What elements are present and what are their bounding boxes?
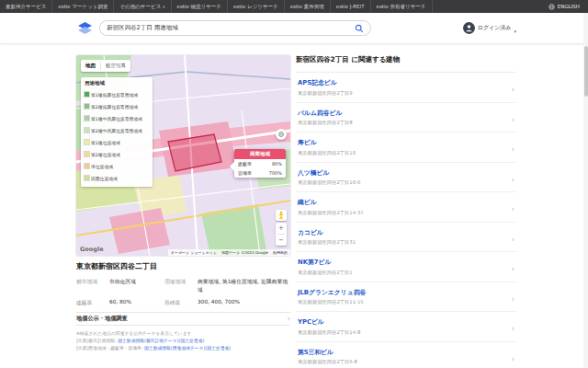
field-value: 300, 400, 700% [198,299,290,305]
legend-label: 第2種住居地域 [91,152,120,157]
address-title: 東京都新宿区四谷二丁目 [76,261,290,271]
topbar-tab[interactable]: estie 物流リサーチ [172,0,228,13]
note-line: [出典]用途地域・建蔽率・容積率: 国土数値情報(用途地域データ)(国土交通省) [76,345,290,352]
login-status: ログイン済み [478,24,512,32]
map-type-map-button[interactable]: 地図 [81,63,100,69]
info-row: 都市地域 市街化区域 用途地域 商業地域, 第1種住居地域, 近隣商業地域 [76,278,290,294]
building-address: 東京都新宿区四谷2丁目9 [298,90,512,97]
note-line: ※検索された地点の関連する公共データを表示しています [76,330,290,338]
map-type-toggle: 地図 航空写真 [81,60,130,72]
popup-row: 建蔽率 80% [234,159,286,168]
building-name[interactable]: パルム四谷ビル [298,109,512,118]
field-label: 用途地域 [164,278,198,286]
building-list-item[interactable]: APS記念ビル 東京都新宿区四谷2丁目9 [296,73,516,103]
building-list-item[interactable]: 寿ビル 東京都新宿区四谷2丁目10 [296,132,516,163]
search-bar[interactable] [99,20,371,36]
building-name[interactable]: 寿ビル [298,138,512,147]
google-logo[interactable]: Google [80,246,104,253]
field-label: 建蔽率 [76,299,109,307]
legend-item: 第1種中高層住居専用地域 [85,112,149,124]
topbar-tab-label: estie レジリサーチ [233,4,278,10]
search-input[interactable] [107,25,355,32]
building-list-item[interactable]: YPCビル 東京都新宿区四谷2丁目14-8 [296,312,516,342]
legend-label: 第1種低層住居専用地域 [91,92,138,98]
popup-row: 容積率 700% [234,168,286,178]
my-location-button[interactable] [276,129,287,140]
legend-item: 第2種中高層住居専用地域 [85,124,149,136]
building-list-item[interactable]: 織ビル 東京都新宿区四谷2丁目14-37 [296,192,516,223]
pegman-button[interactable] [276,210,287,221]
legend-item: 第1種住居地域 [85,136,149,148]
note-source-link[interactable]: 国土数値情報(用途地域データ)(国土交通省) [144,346,231,351]
field-label: 都市地域 [76,278,109,286]
popup-zone-name: 商業地域 [234,149,286,159]
service-topbar: 最新仲介サービス estie マーケット調査 その他のサービス estie 物流… [0,0,588,13]
building-name[interactable]: 八ツ橋ビル [298,168,512,178]
building-list-item[interactable]: カコビル 東京都新宿区四谷2丁目31 [296,223,516,253]
building-name[interactable]: JLBグランエクリュ四谷 [298,288,512,297]
note-source-link[interactable]: 国土数値情報(都市計画データ)(国土交通省) [118,339,204,343]
topbar-tab-label: その他のサービス [119,4,161,10]
keyboard-shortcuts-link[interactable]: キーボード ショートカット [171,250,217,255]
building-list-item[interactable]: JLBグランエクリュ四谷 東京都新宿区四谷2丁目11-15 [296,282,516,313]
pegman-icon [277,211,285,220]
topbar-tab-label: estie マーケット調査 [58,4,107,10]
building-address: 東京都新宿区四谷2丁目6-8 [298,359,512,365]
zone-color-swatch [85,176,89,180]
page-scrollbar[interactable] [583,13,588,368]
language-switch[interactable]: ENGLISH [540,0,588,13]
related-panel-title: 新宿区四谷2丁目 に関連する建物 [296,52,516,73]
topbar-tab-label: estie J-REIT [336,4,365,9]
chevron-right-icon [512,228,514,246]
legend-title: 用途地域 [85,80,149,86]
building-name[interactable]: 織ビル [298,198,512,207]
chevron-right-icon [512,348,514,365]
zone-color-swatch [85,164,89,168]
building-name[interactable]: APS記念ビル [298,78,512,87]
zone-color-swatch [85,104,89,109]
topbar-tab-label: estie 物流リサーチ [177,4,221,10]
map-type-satellite-button[interactable]: 航空写真 [101,63,130,69]
building-name[interactable]: YPCビル [298,317,512,327]
popup-row-label: 建蔽率 [238,161,252,167]
popup-row-value: 80% [272,161,282,167]
terms-link[interactable]: 利用規約 [273,250,288,255]
legend-item: 田園住居地域 [85,172,149,184]
building-list-item[interactable]: NK第7ビル 東京都新宿区四谷2丁目1 [296,252,516,282]
topbar-tab[interactable]: estie 案件管理 [285,0,331,13]
building-address: 東京都新宿区四谷2丁目10 [298,150,512,156]
zone-color-swatch [85,152,89,156]
building-name[interactable]: 第5三和ビル [298,348,512,357]
zone-info-popup[interactable]: 商業地域 建蔽率 80% 容積率 700% [234,149,286,178]
land-price-link[interactable]: 地価公示・地価調査 [76,312,290,326]
estie-logo[interactable] [77,21,93,35]
legend-item: 第2種低層住居専用地域 [85,100,149,112]
topbar-tab[interactable]: estie 所有者リサーチ [371,0,433,13]
zoom-out-button[interactable]: − [276,235,287,246]
scrollbar-thumb[interactable] [584,46,588,97]
topbar-tab[interactable]: 最新仲介サービス [0,0,52,13]
legend-label: 第2種中高層住居専用地域 [91,128,142,133]
zone-color-swatch [85,140,89,144]
topbar-tab[interactable]: estie レジリサーチ [228,0,285,13]
building-list-item[interactable]: パルム四谷ビル 東京都新宿区四谷2丁目8 [296,103,516,133]
building-list-item[interactable]: 八ツ橋ビル 東京都新宿区四谷2丁目10-6 [296,163,516,193]
topbar-tab[interactable]: estie J-REIT [331,0,371,13]
zoom-control: + − [276,223,287,246]
popup-row-value: 700% [269,170,282,176]
zoning-map[interactable]: 地図 航空写真 用途地域 第1種低層住居専用地域 第2種低層住居専用地域 第1種… [76,55,290,256]
user-menu[interactable]: ログイン済み [463,19,516,37]
popup-row-label: 容積率 [238,170,252,176]
building-name[interactable]: カコビル [298,228,512,237]
building-name[interactable]: NK第7ビル [298,258,512,267]
building-address: 東京都新宿区四谷2丁目1 [298,270,512,276]
topbar-tab[interactable]: estie マーケット調査 [52,0,114,13]
search-icon[interactable] [355,24,364,33]
chevron-right-icon [512,78,514,96]
zoom-in-button[interactable]: + [276,223,287,234]
topbar-tab[interactable]: その他のサービス [114,0,171,13]
building-list-item[interactable]: 第5三和ビル 東京都新宿区四谷2丁目6-8 [296,342,516,368]
zoning-info-section: 東京都新宿区四谷二丁目 都市地域 市街化区域 用途地域 商業地域, 第1種住居地… [76,261,290,352]
avatar [463,22,475,34]
zone-color-swatch [85,128,89,132]
